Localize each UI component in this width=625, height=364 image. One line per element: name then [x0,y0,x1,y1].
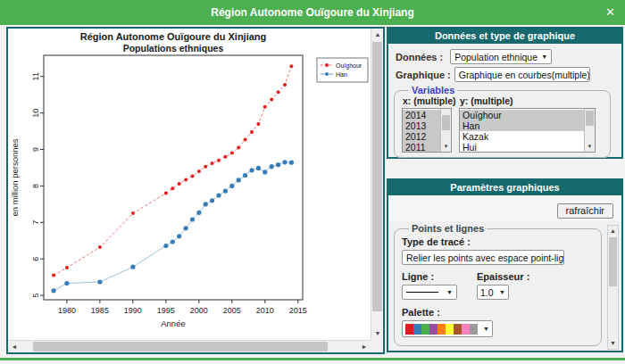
graphique-label: Graphique : [396,70,451,80]
list-item-ouïghour[interactable]: Ouïghour [460,110,584,120]
palette-swatch [421,324,429,335]
svg-text:1995: 1995 [157,306,175,315]
graphique-selected-value: Graphique en courbes(multiple) [459,70,590,80]
scroll-right-icon[interactable]: ► [358,341,371,353]
palette-label: Palette : [402,307,594,318]
svg-text:1980: 1980 [58,306,76,315]
params-scroll-thumb[interactable] [609,237,617,286]
list-item-2013[interactable]: 2013 [403,120,440,131]
svg-text:1985: 1985 [91,306,109,315]
palette-swatch [446,324,454,335]
chart-vertical-scrollbar[interactable]: ▲ ▼ [371,29,383,340]
thickness-select[interactable]: 1.0 ▼ [477,285,509,300]
scroll-down-icon[interactable]: ▼ [441,142,451,152]
variables-legend: Variables [409,85,457,95]
palette-swatch [454,324,462,335]
data-panel-header: Données et type de graphique [388,29,621,44]
y-list-scrollbar[interactable]: ▼ [584,109,595,152]
horizontal-scroll-thumb[interactable] [33,342,328,352]
y-variable-listbox[interactable]: OuïghourHanKazakHui ▼ [459,108,596,153]
scroll-left-icon[interactable]: ◄ [8,341,21,353]
svg-text:7: 7 [31,220,40,225]
scroll-down-icon[interactable]: ▼ [585,142,595,152]
x-variable-label: x: (multiple) [403,95,452,106]
trace-type-label: Type de tracé : [402,236,594,247]
svg-text:10: 10 [31,109,40,118]
line-style-select[interactable]: ▼ [402,285,457,300]
y-list-scroll-thumb[interactable] [586,111,594,126]
refresh-button[interactable]: rafraîchir [557,203,613,219]
svg-text:2000: 2000 [190,306,208,315]
x-list-scrollbar[interactable]: ▼ [440,109,451,152]
svg-text:5: 5 [31,294,40,298]
scroll-up-icon[interactable]: ▲ [608,226,618,236]
palette-swatch [470,324,478,335]
svg-text:6: 6 [31,257,40,261]
x-list-scroll-thumb[interactable] [442,115,450,130]
solid-line-icon [406,292,438,293]
palette-swatch [413,324,421,335]
palette-swatch [438,324,446,335]
dropdown-arrow-icon: ▼ [443,289,453,295]
params-panel-header: Paramètres graphiques [388,180,621,195]
population-line-chart: Région Autonome Ouïgoure du XinjiangPopu… [8,29,371,340]
palette-swatches [405,324,478,335]
donnees-label: Données : [396,52,443,62]
window-bottom-border [0,358,625,360]
dropdown-arrow-icon: ▼ [479,326,489,332]
svg-text:2005: 2005 [223,306,241,315]
chart-panel: Région Autonome Ouïgoure du XinjiangPopu… [6,27,385,354]
palette-select[interactable]: ▼ [402,320,493,337]
svg-text:Ouïghour: Ouïghour [336,62,362,70]
list-item-2011[interactable]: 2011 [403,142,440,153]
donnees-selected-value: Population ethnique [454,52,538,62]
svg-text:11: 11 [31,72,40,80]
points-and-lines-legend: Points et lignes [409,223,487,234]
scroll-down-icon[interactable]: ▼ [608,338,618,349]
window-title: Région Autonome Ouïgoure du Xinjiang [0,0,625,25]
scrollbar-corner [371,340,383,352]
graphic-parameters-panel: Paramètres graphiques rafraîchir Points … [387,178,623,352]
palette-swatch [462,324,470,335]
chart-horizontal-scrollbar[interactable]: ◄ ► [8,340,371,352]
dropdown-arrow-icon: ▼ [538,54,547,60]
points-and-lines-fieldset: Points et lignes Type de tracé : Relier … [394,223,602,346]
thickness-selected-value: 1.0 [480,287,494,298]
title-bar: Région Autonome Ouïgoure du Xinjiang ✕ [0,0,625,25]
svg-text:8: 8 [31,184,40,188]
svg-text:9: 9 [31,147,40,152]
variables-fieldset: Variables x: (multiple) 2014201320122011… [394,85,611,158]
palette-swatch [429,324,438,335]
list-item-hui[interactable]: Hui [460,142,584,153]
svg-text:2010: 2010 [256,306,274,315]
svg-text:1990: 1990 [124,306,142,315]
trace-type-selected-value: Relier les points avec espace point-lign… [406,252,564,263]
data-and-graph-type-panel: Données et type de graphique Données : P… [387,27,623,159]
dropdown-arrow-icon: ▼ [496,289,505,295]
svg-text:Populations ethniques: Populations ethniques [123,43,224,54]
svg-text:Année: Année [161,318,185,328]
line-label: Ligne : [402,271,464,282]
scroll-up-icon[interactable]: ▲ [371,29,384,41]
svg-text:2015: 2015 [289,306,307,315]
scroll-down-icon[interactable]: ▼ [371,327,384,340]
svg-text:Région Autonome Ouïgoure du Xi: Région Autonome Ouïgoure du Xinjiang [80,31,267,42]
list-item-2014[interactable]: 2014 [403,110,440,120]
thickness-label: Epaisseur : [477,271,529,282]
svg-text:en million personnes: en million personnes [10,138,20,216]
chart-canvas: Région Autonome Ouïgoure du XinjiangPopu… [8,29,371,340]
params-vertical-scrollbar[interactable]: ▲ ▼ [607,225,619,350]
palette-swatch [405,324,413,335]
donnees-select[interactable]: Population ethnique ▼ [450,49,552,64]
x-variable-listbox[interactable]: 2014201320122011 ▼ [402,108,452,153]
app-window: Région Autonome Ouïgoure du Xinjiang ✕ R… [0,0,625,364]
close-icon[interactable]: ✕ [605,0,615,25]
list-item-kazak[interactable]: Kazak [460,131,584,142]
vertical-scroll-thumb[interactable] [372,42,382,311]
graphique-select[interactable]: Graphique en courbes(multiple) ▼ [454,67,590,82]
list-item-2012[interactable]: 2012 [403,131,440,142]
y-variable-label: y: (multiple) [460,95,596,106]
svg-text:Han: Han [336,71,347,78]
trace-type-select[interactable]: Relier les points avec espace point-lign… [402,250,564,265]
list-item-han[interactable]: Han [460,120,584,131]
